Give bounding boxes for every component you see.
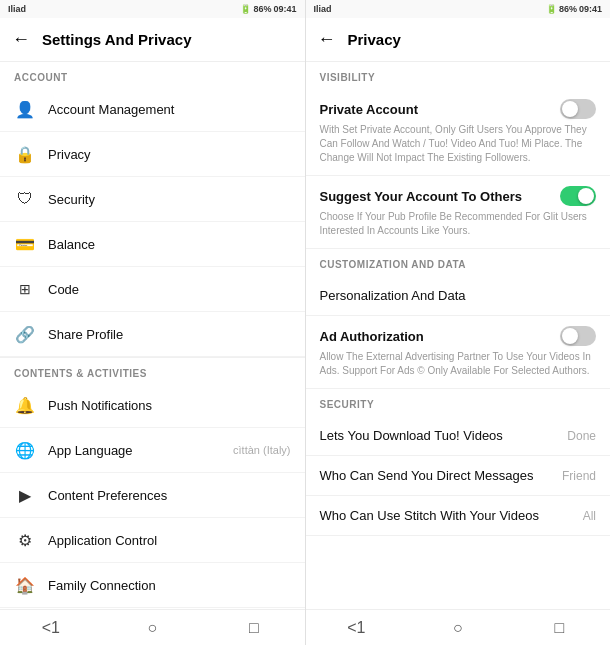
right-nav-home[interactable]: ○ <box>407 619 509 637</box>
push-notifications-icon: 🔔 <box>14 394 36 416</box>
left-status-bar: Iliad 🔋 86% 09:41 <box>0 0 305 18</box>
ad-authorization-item: Ad Authorization Allow The External Adve… <box>306 316 611 389</box>
left-nav-home[interactable]: ○ <box>102 619 204 637</box>
privacy-title: Privacy <box>348 31 401 48</box>
left-status-icons: 🔋 86% 09:41 <box>240 4 296 14</box>
stitch-videos-title: Who Can Use Stitch With Your Videos <box>320 508 539 523</box>
settings-header: ← Settings And Privacy <box>0 18 305 62</box>
security-label: Security <box>48 192 291 207</box>
code-item[interactable]: ⊞ Code <box>0 267 305 312</box>
right-battery-percent: 86% <box>559 4 577 14</box>
ad-authorization-title: Ad Authorization <box>320 329 553 344</box>
private-account-toggle-thumb <box>562 101 578 117</box>
right-status-icons: 🔋 86% 09:41 <box>546 4 602 14</box>
right-nav-recent-icon: □ <box>554 619 564 637</box>
private-account-desc: With Set Private Account, Only Gift User… <box>320 123 597 165</box>
private-account-item: Private Account With Set Private Account… <box>306 89 611 176</box>
content-preferences-label: Content Preferences <box>48 488 291 503</box>
left-status-carrier: Iliad <box>8 4 26 14</box>
content-preferences-icon: ▶ <box>14 484 36 506</box>
private-account-row: Private Account <box>320 99 597 119</box>
settings-back-button[interactable]: ← <box>12 29 30 50</box>
right-nav-back[interactable]: <1 <box>306 619 408 637</box>
privacy-icon: 🔒 <box>14 143 36 165</box>
left-nav-back-label: <1 <box>42 619 60 637</box>
left-nav-home-icon: ○ <box>147 619 157 637</box>
security-item[interactable]: 🛡 Security <box>0 177 305 222</box>
ad-authorization-toggle[interactable] <box>560 326 596 346</box>
stitch-videos-item[interactable]: Who Can Use Stitch With Your Videos All <box>306 496 611 536</box>
share-profile-label: Share Profile <box>48 327 291 342</box>
left-bottom-nav: <1 ○ □ <box>0 609 305 645</box>
suggest-account-toggle[interactable] <box>560 186 596 206</box>
ad-authorization-row: Ad Authorization <box>320 326 597 346</box>
privacy-label: Privacy <box>48 147 291 162</box>
right-status-carrier: Iliad <box>314 4 332 14</box>
right-time-display: 09:41 <box>579 4 602 14</box>
family-connection-label: Family Connection <box>48 578 291 593</box>
right-nav-back-label: <1 <box>347 619 365 637</box>
security-icon: 🛡 <box>14 188 36 210</box>
download-videos-item[interactable]: Lets You Download Tuo! Videos Done <box>306 416 611 456</box>
time-display: 09:41 <box>273 4 296 14</box>
family-connection-icon: 🏠 <box>14 574 36 596</box>
contents-section-label: CONTENTS & ACTIVITIES <box>0 358 305 383</box>
content-preferences-item[interactable]: ▶ Content Preferences <box>0 473 305 518</box>
share-profile-item[interactable]: 🔗 Share Profile <box>0 312 305 357</box>
application-control-label: Application Control <box>48 533 291 548</box>
suggest-account-desc: Choose If Your Pub Profile Be Recommende… <box>320 210 597 238</box>
customization-section-label: CUSTOMIZATION AND DATA <box>306 249 611 276</box>
balance-label: Balance <box>48 237 291 252</box>
left-nav-back[interactable]: <1 <box>0 619 102 637</box>
account-section-label: ACCOUNT <box>0 62 305 87</box>
download-videos-value: Done <box>567 429 596 443</box>
right-bottom-nav: <1 ○ □ <box>306 609 611 645</box>
settings-title: Settings And Privacy <box>42 31 192 48</box>
family-connection-item[interactable]: 🏠 Family Connection <box>0 563 305 608</box>
account-management-icon: 👤 <box>14 98 36 120</box>
suggest-account-item: Suggest Your Account To Others Choose If… <box>306 176 611 249</box>
code-icon: ⊞ <box>14 278 36 300</box>
account-management-label: Account Management <box>48 102 291 117</box>
right-nav-home-icon: ○ <box>453 619 463 637</box>
settings-screen: Iliad 🔋 86% 09:41 ← Settings And Privacy… <box>0 0 306 645</box>
private-account-toggle[interactable] <box>560 99 596 119</box>
privacy-item[interactable]: 🔒 Privacy <box>0 132 305 177</box>
left-nav-recent[interactable]: □ <box>203 619 305 637</box>
push-notifications-item[interactable]: 🔔 Push Notifications <box>0 383 305 428</box>
direct-messages-item[interactable]: Who Can Send You Direct Messages Friend <box>306 456 611 496</box>
personalization-item[interactable]: Personalization And Data <box>306 276 611 316</box>
share-profile-icon: 🔗 <box>14 323 36 345</box>
ad-authorization-desc: Allow The External Advertising Partner T… <box>320 350 597 378</box>
balance-icon: 💳 <box>14 233 36 255</box>
suggest-account-toggle-thumb <box>578 188 594 204</box>
privacy-screen: Iliad 🔋 86% 09:41 ← Privacy Visibility P… <box>306 0 611 645</box>
suggest-account-row: Suggest Your Account To Others <box>320 186 597 206</box>
push-notifications-label: Push Notifications <box>48 398 291 413</box>
app-language-icon: 🌐 <box>14 439 36 461</box>
app-language-value: cìttàn (Italy) <box>233 444 290 456</box>
account-management-item[interactable]: 👤 Account Management <box>0 87 305 132</box>
visibility-section-label: Visibility <box>306 62 611 89</box>
direct-messages-value: Friend <box>562 469 596 483</box>
private-account-title: Private Account <box>320 102 553 117</box>
right-nav-recent[interactable]: □ <box>509 619 611 637</box>
app-language-item[interactable]: 🌐 App Language cìttàn (Italy) <box>0 428 305 473</box>
privacy-content: Visibility Private Account With Set Priv… <box>306 62 611 609</box>
security-section-label: SECURITY <box>306 389 611 416</box>
stitch-videos-value: All <box>583 509 596 523</box>
download-videos-title: Lets You Download Tuo! Videos <box>320 428 503 443</box>
application-control-item[interactable]: ⚙ Application Control <box>0 518 305 563</box>
privacy-back-button[interactable]: ← <box>318 29 336 50</box>
balance-item[interactable]: 💳 Balance <box>0 222 305 267</box>
left-nav-recent-icon: □ <box>249 619 259 637</box>
suggest-account-title: Suggest Your Account To Others <box>320 189 553 204</box>
settings-content: ACCOUNT 👤 Account Management 🔒 Privacy 🛡… <box>0 62 305 609</box>
battery-percent: 86% <box>253 4 271 14</box>
direct-messages-title: Who Can Send You Direct Messages <box>320 468 534 483</box>
battery-icon: 🔋 <box>240 4 251 14</box>
application-control-icon: ⚙ <box>14 529 36 551</box>
right-battery-icon: 🔋 <box>546 4 557 14</box>
right-status-bar: Iliad 🔋 86% 09:41 <box>306 0 611 18</box>
ad-authorization-toggle-thumb <box>562 328 578 344</box>
